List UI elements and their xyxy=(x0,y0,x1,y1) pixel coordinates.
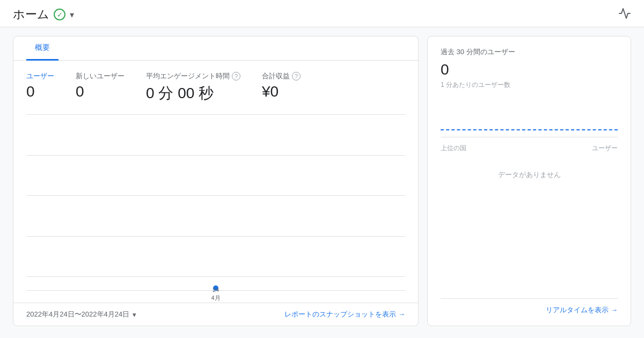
metric-users-value: 0 xyxy=(26,83,54,100)
metric-new-users-label: 新しいユーザー xyxy=(76,71,125,81)
metric-engagement: 平均エンゲージメント時間 ? 0 分 00 秒 xyxy=(146,71,240,104)
report-link[interactable]: レポートのスナップショットを表示 → xyxy=(284,310,405,319)
chart-bottom: 24 4月 xyxy=(26,281,405,303)
realtime-chart-line xyxy=(441,129,618,130)
chart-line-4 xyxy=(26,236,405,237)
realtime-title: 過去 30 分間のユーザー xyxy=(441,47,618,57)
country-header-label: 上位の国 xyxy=(441,144,466,153)
metrics-row: ユーザー 0 新しいユーザー 0 平均エンゲージメント時間 ? 0 分 00 秒 xyxy=(13,61,418,110)
activity-icon xyxy=(618,7,631,23)
page-title: ホーム xyxy=(13,6,49,23)
top-bar: ホーム ✓ ▾ xyxy=(0,0,644,27)
metric-revenue-value: ¥0 xyxy=(262,83,301,100)
chart-area: 24 4月 xyxy=(13,110,418,303)
main-content: 概要 ユーザー 0 新しいユーザー 0 平均エンゲージメント時間 ? xyxy=(0,27,644,335)
card-footer: 2022年4月24日〜2022年4月24日 ▾ レポートのスナップショットを表示… xyxy=(13,303,418,326)
tab-overview[interactable]: 概要 xyxy=(26,36,58,61)
realtime-link[interactable]: リアルタイムを表示 → xyxy=(546,305,618,315)
page-wrapper: ホーム ✓ ▾ 概要 ユーザー xyxy=(0,0,644,338)
users-header-label: ユーザー xyxy=(592,144,618,153)
right-card-footer: リアルタイムを表示 → xyxy=(441,298,618,315)
metric-new-users: 新しいユーザー 0 xyxy=(76,71,125,104)
metric-revenue: 合計収益 ? ¥0 xyxy=(262,71,301,104)
realtime-chart xyxy=(441,98,618,130)
chart-line-2 xyxy=(26,155,405,156)
metric-engagement-value: 0 分 00 秒 xyxy=(146,83,240,104)
date-range-selector[interactable]: 2022年4月24日〜2022年4月24日 ▾ xyxy=(26,310,136,319)
header-dropdown-button[interactable]: ▾ xyxy=(70,10,74,20)
date-range-text: 2022年4月24日〜2022年4月24日 xyxy=(26,310,129,319)
realtime-subtitle: 1 分あたりのユーザー数 xyxy=(441,80,618,90)
no-data-message: データがありません xyxy=(441,159,618,298)
country-header: 上位の国 ユーザー xyxy=(441,144,618,153)
tab-bar: 概要 xyxy=(13,36,418,61)
metric-new-users-value: 0 xyxy=(76,83,125,100)
revenue-info-icon[interactable]: ? xyxy=(292,72,301,80)
metric-users: ユーザー 0 xyxy=(26,71,54,104)
date-range-dropdown-icon: ▾ xyxy=(133,311,136,319)
metric-engagement-label: 平均エンゲージメント時間 ? xyxy=(146,71,240,81)
right-card: 過去 30 分間のユーザー 0 1 分あたりのユーザー数 上位の国 ユーザー デ… xyxy=(427,36,631,326)
chart-line-1 xyxy=(26,114,405,115)
metric-revenue-label: 合計収益 ? xyxy=(262,71,301,81)
metric-users-label: ユーザー xyxy=(26,71,54,81)
chart-line-5 xyxy=(26,276,405,277)
chart-x-label: 24 4月 xyxy=(211,286,220,302)
realtime-divider xyxy=(441,137,618,137)
verified-icon: ✓ xyxy=(54,9,65,20)
chart-lines xyxy=(26,110,405,281)
top-bar-left: ホーム ✓ ▾ xyxy=(13,6,74,23)
top-bar-right xyxy=(618,7,631,23)
realtime-value: 0 xyxy=(441,61,618,78)
left-card: 概要 ユーザー 0 新しいユーザー 0 平均エンゲージメント時間 ? xyxy=(13,36,419,326)
engagement-info-icon[interactable]: ? xyxy=(232,72,240,80)
chart-line-3 xyxy=(26,195,405,196)
